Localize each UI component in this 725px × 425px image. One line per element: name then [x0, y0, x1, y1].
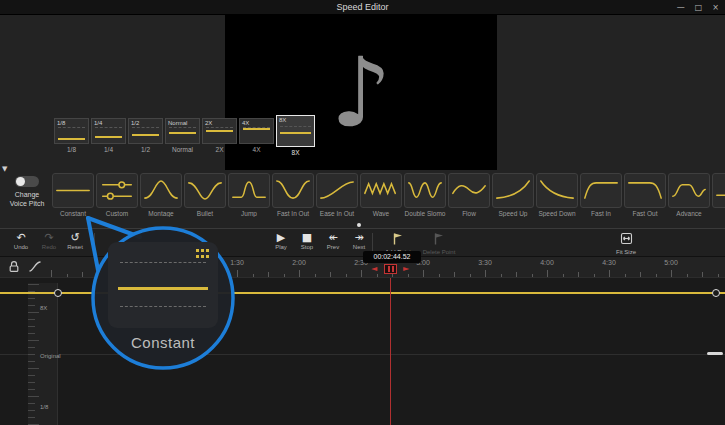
voice-pitch-control: Change Voice Pitch: [2, 176, 52, 209]
curve-ease-in-out: [317, 174, 357, 207]
delete-point-button[interactable]: Delete Point: [418, 231, 460, 255]
speed-preset-label: 4X: [239, 146, 274, 153]
dashed-gridline: [132, 127, 159, 128]
curve-preset-label: Constant: [52, 210, 94, 217]
speed-preset-1-2[interactable]: 1/21/2: [128, 118, 163, 153]
speed-preset-thumb: 4X: [239, 118, 274, 144]
curve-endpoint-left[interactable]: [54, 289, 62, 297]
curve-preset-flow[interactable]: Flow: [448, 173, 492, 217]
close-icon[interactable]: ×: [712, 0, 719, 15]
speed-preset-4x[interactable]: 4X4X: [239, 118, 274, 153]
speed-preset-normal[interactable]: NormalNormal: [165, 118, 200, 153]
speed-preset-inlabel: 2X: [205, 120, 212, 126]
curve-preset-label: Wave: [360, 210, 402, 217]
speed-preset-thumb: 8X: [276, 115, 315, 147]
curve-preset-label: Fast Out: [624, 210, 666, 217]
strip-scroll-indicator[interactable]: [357, 223, 361, 227]
curve-preset-fast-in[interactable]: Fast In: [580, 173, 624, 217]
ruler-tick: [423, 270, 424, 277]
voice-pitch-label: Change Voice Pitch: [2, 191, 52, 209]
speed-editor-window: Speed Editor — □ × ♪ ▼ 1/81/81/41/41/21/…: [0, 0, 725, 425]
curve-preset-thumb: [580, 173, 622, 208]
minimize-icon[interactable]: —: [677, 0, 685, 15]
speed-preset-label: 1/2: [128, 146, 163, 153]
curve-wave: [361, 174, 401, 207]
current-time-badge: 00:02:44.52: [363, 251, 421, 263]
curve-preset-strip[interactable]: ConstantCustomMontageBulletJumpFast In O…: [52, 173, 725, 221]
speed-line: [280, 132, 311, 134]
curve-preset-label: Custom: [96, 210, 138, 217]
curve-shoot: [713, 174, 725, 207]
scale-tick: [28, 305, 35, 306]
curve-preset-fast-out[interactable]: Fast Out: [624, 173, 668, 217]
scale-tick: [28, 333, 35, 334]
curve-preset-double-slomo[interactable]: Double Slomo: [404, 173, 448, 217]
curve-preset-thumb: [448, 173, 490, 208]
curve-preset-label: Jump: [228, 210, 270, 217]
curve-preset-speed-up[interactable]: Speed Up: [492, 173, 536, 217]
speed-line: [95, 136, 122, 138]
reset-button[interactable]: ↺ Reset: [60, 231, 90, 250]
speed-preset-label: Normal: [165, 146, 200, 153]
playhead-line[interactable]: [390, 278, 391, 425]
maximize-icon[interactable]: □: [695, 0, 703, 15]
fit-size-button[interactable]: Fit Size: [604, 231, 648, 255]
curve-double-slomo: [405, 174, 445, 207]
curve-preset-thumb: [492, 173, 534, 208]
speed-preset-1-4[interactable]: 1/41/4: [91, 118, 126, 153]
speed-preset-2x[interactable]: 2X2X: [202, 118, 237, 153]
timeline-canvas[interactable]: 8XOriginal1/8: [0, 277, 725, 425]
curve-preset-thumb: [228, 173, 270, 208]
speed-preset-1-8[interactable]: 1/81/8: [54, 118, 89, 153]
fit-size-label: Fit Size: [604, 249, 648, 255]
original-level-marker: [707, 352, 723, 355]
lock-button[interactable]: [8, 259, 20, 277]
scale-tick: [28, 382, 35, 383]
scale-tick: [28, 298, 35, 299]
curve-jump: [229, 174, 269, 207]
scale-tick: [28, 361, 35, 362]
reset-label: Reset: [60, 244, 90, 250]
curve-endpoint-right[interactable]: [712, 289, 720, 297]
curve-preset-jump[interactable]: Jump: [228, 173, 272, 217]
speed-preset-inlabel: 1/4: [94, 120, 102, 126]
curve-preset-label: Speed Down: [536, 210, 578, 217]
curve-fast-in-out: [273, 174, 313, 207]
curve-preset-wave[interactable]: Wave: [360, 173, 404, 217]
curve-preset-label: Double Slomo: [404, 210, 446, 217]
playhead-handle[interactable]: [384, 264, 397, 274]
speed-preset-8x[interactable]: 8X8X: [276, 115, 311, 156]
curve-flow: [449, 174, 489, 207]
curve-preset-thumb: [404, 173, 446, 208]
curve-preset-custom[interactable]: Custom: [96, 173, 140, 217]
curve-preset-bullet[interactable]: Bullet: [184, 173, 228, 217]
voice-pitch-toggle[interactable]: [15, 176, 39, 187]
curve-preset-thumb: [52, 173, 94, 208]
step-back-icon[interactable]: ◄: [371, 264, 377, 274]
speed-curve-line[interactable]: [0, 292, 725, 294]
curve-preset-fast-in-out[interactable]: Fast In Out: [272, 173, 316, 217]
scale-tick: [28, 319, 35, 320]
next-icon: ↠: [344, 231, 374, 244]
speed-preset-label: 1/8: [54, 146, 89, 153]
curve-preset-thumb: [140, 173, 182, 208]
speed-preset-thumb: Normal: [165, 118, 200, 144]
speed-preset-inlabel: 1/2: [131, 120, 139, 126]
curve-preset-shoot[interactable]: Sho: [712, 173, 725, 217]
scale-tick: [28, 410, 35, 411]
collapse-arrow-icon[interactable]: ▼: [2, 165, 7, 173]
curve-mode-button[interactable]: [28, 259, 42, 277]
curve-preset-ease-in-out[interactable]: Ease In Out: [316, 173, 360, 217]
curve-preset-advance[interactable]: Advance: [668, 173, 712, 217]
curve-preset-constant[interactable]: Constant: [52, 173, 96, 217]
ruler-tick: [547, 270, 548, 277]
curve-preset-thumb: [272, 173, 314, 208]
next-button[interactable]: ↠ Next: [344, 231, 374, 250]
step-forward-icon[interactable]: ►: [403, 264, 409, 274]
curve-preset-thumb: [360, 173, 402, 208]
delete-point-label: Delete Point: [418, 249, 460, 255]
undo-button[interactable]: ↶ Undo: [6, 231, 36, 250]
curve-preset-montage[interactable]: Montage: [140, 173, 184, 217]
curve-preset-speed-down[interactable]: Speed Down: [536, 173, 580, 217]
next-label: Next: [344, 244, 374, 250]
